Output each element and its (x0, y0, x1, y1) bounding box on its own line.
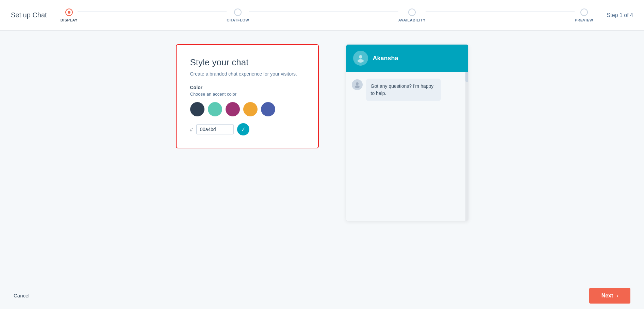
step-info: Step 1 of 4 (607, 12, 633, 18)
panel-subtitle: Create a branded chat experience for you… (190, 71, 304, 77)
step-display[interactable]: DISPLAY (61, 9, 78, 22)
step-line-0 (78, 12, 227, 12)
step-line-1 (249, 12, 398, 12)
step-circle-3 (580, 9, 588, 16)
step-label-3: PREVIEW (575, 18, 593, 22)
color-swatch-blue-purple[interactable] (261, 102, 275, 116)
color-desc: Choose an accent color (190, 92, 304, 97)
step-circle-0 (65, 9, 73, 16)
step-preview[interactable]: PREVIEW (575, 9, 593, 22)
footer: Cancel Next › (0, 282, 644, 309)
agent-name: Akansha (373, 55, 398, 62)
color-swatch-purple-red[interactable] (226, 102, 240, 116)
step-chatflow[interactable]: CHATFLOW (227, 9, 249, 22)
chat-header: Akansha (346, 45, 468, 72)
svg-point-3 (355, 85, 360, 88)
svg-point-2 (356, 82, 359, 85)
main-content: Style your chat Create a branded chat ex… (0, 31, 644, 282)
step-label-2: AVAILABILITY (398, 18, 426, 22)
next-arrow-icon: › (616, 293, 618, 298)
color-swatch-orange[interactable] (243, 102, 258, 116)
cancel-button[interactable]: Cancel (14, 293, 30, 298)
style-panel: Style your chat Create a branded chat ex… (176, 44, 319, 148)
scrollbar[interactable] (465, 72, 468, 221)
avatar (353, 51, 368, 66)
step-label-1: CHATFLOW (227, 18, 249, 22)
svg-point-1 (358, 59, 364, 63)
scrollbar-thumb (465, 72, 468, 82)
color-label: Color (190, 85, 304, 90)
next-label: Next (601, 293, 613, 299)
step-line-2 (426, 12, 575, 12)
svg-point-0 (359, 55, 362, 59)
color-swatch-dark-navy[interactable] (190, 102, 204, 116)
step-availability[interactable]: AVAILABILITY (398, 9, 426, 22)
chat-message-row: Got any questions? I'm happy to help. (352, 79, 463, 101)
panel-title: Style your chat (190, 57, 304, 68)
page-title: Set up Chat (11, 11, 47, 19)
step-circle-2 (408, 9, 416, 16)
step-label-0: DISPLAY (61, 18, 78, 22)
next-button[interactable]: Next › (589, 288, 630, 304)
hex-input[interactable] (196, 124, 234, 134)
color-swatch-teal[interactable] (208, 102, 222, 116)
chat-bubble: Got any questions? I'm happy to help. (366, 79, 441, 101)
hex-confirm-button[interactable]: ✓ (237, 123, 249, 135)
stepper: DISPLAYCHATFLOWAVAILABILITYPREVIEW (47, 9, 607, 22)
message-avatar (352, 79, 363, 90)
checkmark-icon: ✓ (241, 126, 246, 133)
hex-hash: # (190, 127, 193, 132)
top-bar: Set up Chat DISPLAYCHATFLOWAVAILABILITYP… (0, 0, 644, 31)
hex-row: # ✓ (190, 123, 304, 135)
chat-body: Got any questions? I'm happy to help. (346, 72, 468, 221)
step-circle-1 (234, 9, 242, 16)
color-swatches (190, 102, 304, 116)
chat-preview: Akansha Got any questions? I'm happy to … (346, 44, 468, 221)
